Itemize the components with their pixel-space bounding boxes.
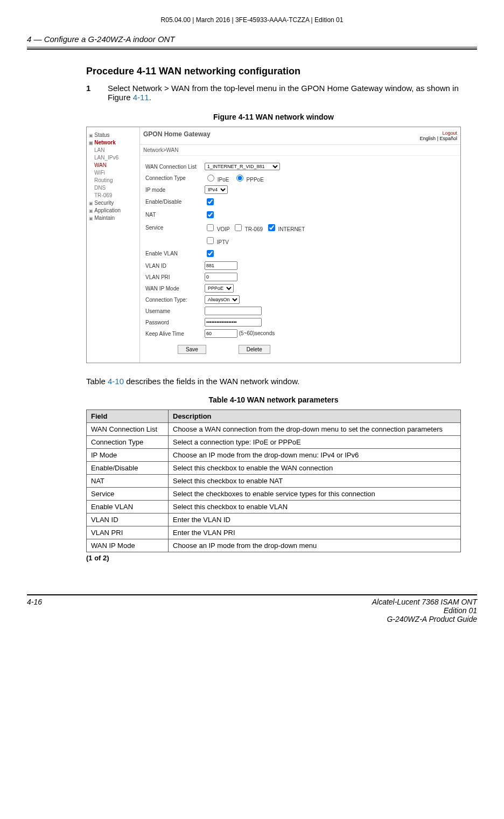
- table-row: NATSelect this checkbox to enable NAT: [87, 475, 461, 488]
- page-number: 4-16: [27, 598, 42, 623]
- sidebar-item-wan[interactable]: WAN: [89, 162, 137, 168]
- table-row: Enable VLANSelect this checkbox to enabl…: [87, 501, 461, 513]
- nat-label: NAT: [145, 212, 205, 218]
- username-input[interactable]: [205, 307, 262, 315]
- col-desc: Description: [169, 410, 461, 423]
- service-label: Service: [145, 225, 205, 231]
- gateway-title: GPON Home Gateway: [143, 130, 211, 138]
- screenshot-sidebar: Status Network LAN LAN_IPv6 WAN WiFi Rou…: [87, 127, 140, 363]
- sidebar-item-routing[interactable]: Routing: [89, 177, 137, 183]
- wan-ip-mode-select[interactable]: PPPoE: [205, 284, 234, 293]
- sidebar-item-maintain[interactable]: Maintain: [89, 215, 137, 221]
- table-row: VLAN IDEnter the VLAN ID: [87, 513, 461, 526]
- sidebar-item-application[interactable]: Application: [89, 207, 137, 213]
- enable-vlan-checkbox[interactable]: [207, 250, 214, 257]
- logout-link[interactable]: Logout: [420, 130, 457, 136]
- wan-ip-mode-label: WAN IP Mode: [145, 286, 205, 291]
- table-row: WAN IP ModeChoose an IP mode from the dr…: [87, 539, 461, 552]
- iptv-checkbox[interactable]: [207, 237, 214, 244]
- sidebar-item-tr069[interactable]: TR-069: [89, 192, 137, 198]
- wan-parameters-table: Field Description WAN Connection ListCho…: [86, 410, 461, 552]
- table-row: ServiceSelect the checkboxes to enable s…: [87, 488, 461, 501]
- document-meta: R05.04.00 | March 2016 | 3FE-45933-AAAA-…: [27, 16, 477, 24]
- footer-line3: G-240WZ-A Product Guide: [372, 615, 477, 623]
- vlan-id-input[interactable]: [205, 261, 237, 270]
- footer-line1: Alcatel-Lucent 7368 ISAM ONT: [372, 598, 477, 606]
- ip-mode-select[interactable]: IPv4: [205, 185, 228, 194]
- sidebar-item-lan[interactable]: LAN: [89, 147, 137, 153]
- table-pagination: (1 of 2): [86, 554, 461, 562]
- wan-conn-list-label: WAN Connection List: [145, 164, 205, 170]
- screenshot-main: GPON Home Gateway Logout English | Españ…: [140, 127, 460, 363]
- keep-alive-label: Keep Alive Time: [145, 331, 205, 337]
- conn-type2-label: Connection Type:: [145, 297, 205, 303]
- step-number: 1: [86, 84, 108, 102]
- figure-link[interactable]: 4-11: [133, 93, 149, 102]
- ipoe-radio[interactable]: [207, 175, 214, 182]
- page-footer: 4-16 Alcatel-Lucent 7368 ISAM ONT Editio…: [27, 594, 477, 623]
- sidebar-item-network[interactable]: Network: [89, 140, 137, 145]
- sidebar-item-lan-ipv6[interactable]: LAN_IPv6: [89, 155, 137, 161]
- table-link[interactable]: 4-10: [108, 377, 124, 386]
- table-intro: Table 4-10 describes the fields in the W…: [86, 377, 461, 386]
- username-label: Username: [145, 308, 205, 314]
- sidebar-item-security[interactable]: Security: [89, 200, 137, 206]
- table-row: Connection TypeSelect a connection type:…: [87, 436, 461, 449]
- sidebar-item-wifi[interactable]: WiFi: [89, 170, 137, 176]
- tr069-checkbox[interactable]: [235, 224, 242, 231]
- table-row: WAN Connection ListChoose a WAN connecti…: [87, 423, 461, 436]
- vlan-pri-label: VLAN PRI: [145, 274, 205, 280]
- conn-type-label: Connection Type: [145, 175, 205, 181]
- table-row: IP ModeChoose an IP mode from the drop-d…: [87, 449, 461, 462]
- password-label: Password: [145, 320, 205, 325]
- enable-label: Enable/Disable: [145, 199, 205, 205]
- table-caption: Table 4-10 WAN network parameters: [86, 395, 461, 404]
- breadcrumb: Network>WAN: [140, 145, 460, 156]
- password-input[interactable]: [205, 318, 262, 327]
- sidebar-item-status[interactable]: Status: [89, 132, 137, 138]
- vlan-pri-input[interactable]: [205, 273, 237, 281]
- wan-window-screenshot: Status Network LAN LAN_IPv6 WAN WiFi Rou…: [86, 127, 461, 363]
- enable-checkbox[interactable]: [207, 198, 214, 205]
- save-button[interactable]: Save: [178, 345, 206, 354]
- col-field: Field: [87, 410, 169, 423]
- procedure-title: Procedure 4-11 WAN networking configurat…: [86, 66, 461, 77]
- figure-caption: Figure 4-11 WAN network window: [86, 113, 461, 121]
- step-body: Select Network > WAN from the top-level …: [108, 84, 461, 102]
- nat-checkbox[interactable]: [207, 211, 214, 218]
- keep-alive-input[interactable]: [205, 329, 237, 338]
- internet-checkbox[interactable]: [268, 224, 275, 231]
- ip-mode-label: IP mode: [145, 187, 205, 193]
- enable-vlan-label: Enable VLAN: [145, 251, 205, 256]
- sidebar-item-dns[interactable]: DNS: [89, 185, 137, 191]
- table-row: VLAN PRIEnter the VLAN PRI: [87, 526, 461, 539]
- vlan-id-label: VLAN ID: [145, 263, 205, 269]
- footer-line2: Edition 01: [372, 606, 477, 615]
- conn-type2-select[interactable]: AlwaysOn: [205, 295, 240, 304]
- chapter-heading: 4 — Configure a G-240WZ-A indoor ONT: [27, 34, 477, 47]
- language-links[interactable]: English | Español: [420, 136, 457, 141]
- step-1: 1 Select Network > WAN from the top-leve…: [86, 84, 461, 102]
- pppoe-radio[interactable]: [236, 175, 243, 182]
- voip-checkbox[interactable]: [207, 224, 214, 231]
- table-row: Enable/DisableSelect this checkbox to en…: [87, 462, 461, 475]
- wan-conn-list-select[interactable]: 1_INTERNET_R_VID_881: [205, 163, 280, 170]
- delete-button[interactable]: Delete: [239, 345, 270, 354]
